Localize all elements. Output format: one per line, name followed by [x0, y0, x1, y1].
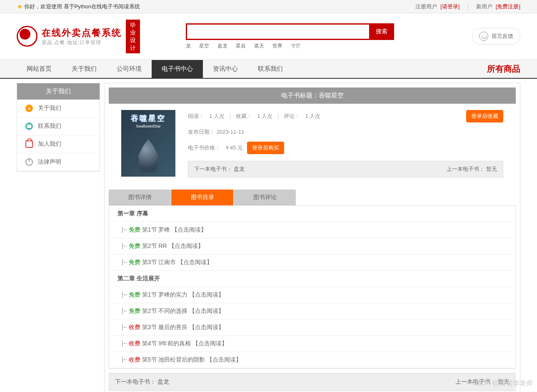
publish-row: 发布日期： 2023-11-11 — [188, 128, 503, 136]
free-tag: 免费 — [129, 307, 142, 314]
logo-title: 在线外卖点餐系统 — [42, 27, 122, 39]
logo[interactable]: 在线外卖点餐系统 菜品.点餐.地址.订单管理 毕业 设计 — [17, 20, 140, 53]
nav-item[interactable]: 电子书中心 — [152, 60, 203, 78]
sidebar-icon — [25, 158, 33, 166]
logo-icon — [17, 26, 37, 47]
cover-title-cn: 吞噬星空 — [131, 113, 166, 123]
sidebar-item-label: 法律声明 — [38, 158, 61, 166]
tab[interactable]: 图书详情 — [109, 190, 171, 205]
nav-item[interactable]: 资讯中心 — [203, 60, 248, 78]
dash-icon: |-- — [122, 340, 129, 347]
hot-words: 龙星空盘龙星辰遮天世界寸芒 — [186, 42, 460, 50]
hot-word[interactable]: 星辰 — [236, 43, 246, 49]
section-text: 第2节 不同的选择 【点击阅读】 — [142, 307, 225, 314]
stats-row: 阅读： 1 人次 | 收藏： 1 人次 | 评论： 1 人次 登录后收藏 — [188, 110, 503, 122]
login-link[interactable]: [请登录] — [440, 3, 460, 10]
section-row[interactable]: |-- 免费 第2节 RR 【点击阅读】 — [109, 238, 515, 255]
free-tag: 免费 — [129, 291, 142, 298]
section-row[interactable]: |-- 免费 第2节 不同的选择 【点击阅读】 — [109, 303, 515, 320]
feedback-button[interactable]: 留言反馈 — [472, 28, 520, 45]
fav-value: 1 人次 — [257, 112, 272, 120]
price-row: 电子书价格： ￥45 元 登录后购买 — [188, 142, 503, 154]
next-value-bottom: 盘龙 — [157, 378, 169, 385]
section-row[interactable]: |-- 收费 第3节 最后的善良 【点击阅读】 — [109, 320, 515, 336]
new-user-label: 新用户 — [476, 3, 492, 10]
paid-tag: 收费 — [129, 340, 142, 347]
section-text: 第4节 9年前的真相 【点击阅读】 — [142, 340, 227, 347]
next-label: 下一本电子书： — [194, 166, 232, 172]
price-label: 电子书价格： — [188, 144, 220, 152]
section-text: 第1节 罗峰的实力 【点击阅读】 — [142, 291, 225, 298]
next-book[interactable]: 下一本电子书： 盘龙 — [194, 165, 245, 173]
star-icon: ★ — [17, 2, 22, 10]
read-label: 阅读： — [188, 112, 204, 120]
sidebar-item-label: 加入我们 — [38, 140, 61, 148]
topbar-right: 注册用户 [请登录] | 新用户 [免费注册] — [415, 3, 520, 10]
dash-icon: |-- — [122, 226, 129, 233]
search-button[interactable]: 搜索 — [369, 23, 394, 40]
dash-icon: |-- — [122, 259, 129, 265]
top-bar: ★ 你好，欢迎使用 基于Python在线电子书阅读系统 注册用户 [请登录] |… — [0, 0, 537, 13]
nav-item[interactable]: 公司环境 — [107, 60, 152, 78]
hot-word[interactable]: 世界 — [272, 43, 282, 49]
hot-word[interactable]: 遮天 — [254, 43, 264, 49]
section-text: 第2节 RR 【点击阅读】 — [142, 242, 204, 249]
prev-label: 上一本电子书： — [447, 166, 485, 172]
collect-button[interactable]: 登录后收藏 — [466, 110, 503, 122]
greeting-area: ★ 你好，欢迎使用 基于Python在线电子书阅读系统 — [17, 2, 140, 10]
bottom-prev-next: 下一本电子书： 盘龙 上一本电子书： 暂无 — [109, 373, 516, 391]
main-content: 关于我们 ●关于我们联系我们加入我们法律声明 电子书标题：吞噬星空 吞噬星空 S… — [0, 79, 537, 392]
logo-badge: 毕业 设计 — [126, 20, 140, 53]
book-title-bar: 电子书标题：吞噬星空 — [109, 87, 516, 104]
section-row[interactable]: |-- 免费 第1节 罗峰 【点击阅读】 — [109, 222, 515, 238]
face-icon — [479, 32, 488, 41]
comment-label: 评论： — [284, 112, 300, 120]
sidebar-icon: ● — [25, 105, 33, 112]
nav-item[interactable]: 网站首页 — [17, 60, 62, 78]
book-cover: 吞噬星空 SwallowedStar — [121, 110, 175, 177]
chapter-header: 第一章 序幕 — [109, 206, 515, 222]
sidebar-title: 关于我们 — [17, 83, 100, 100]
search-box: 搜索 — [186, 23, 460, 40]
search-input[interactable] — [186, 23, 369, 40]
tab[interactable]: 图书评论 — [234, 190, 296, 205]
register-link[interactable]: [免费注册] — [496, 3, 520, 10]
hot-word[interactable]: 寸芒 — [291, 43, 301, 49]
free-tag: 免费 — [129, 242, 142, 249]
nav-item[interactable]: 关于我们 — [62, 60, 107, 78]
nav-items: 网站首页关于我们公司环境电子书中心资讯中心联系我们 — [17, 60, 293, 78]
logo-subtitle: 菜品.点餐.地址.订单管理 — [42, 39, 122, 46]
header: 在线外卖点餐系统 菜品.点餐.地址.订单管理 毕业 设计 搜索 龙星空盘龙星辰遮… — [0, 13, 537, 60]
nav-item[interactable]: 联系我们 — [248, 60, 293, 78]
sidebar-item[interactable]: 法律声明 — [17, 153, 100, 171]
pub-label: 发布日期： — [188, 129, 215, 135]
hot-word[interactable]: 盘龙 — [217, 43, 227, 49]
dash-icon: |-- — [122, 242, 129, 249]
sidebar: 关于我们 ●关于我们联系我们加入我们法律声明 — [17, 83, 100, 172]
buy-button[interactable]: 登录后购买 — [247, 142, 284, 154]
hot-word[interactable]: 龙 — [186, 43, 191, 49]
feedback-label: 留言反馈 — [492, 32, 513, 40]
section-row[interactable]: |-- 免费 第3节 江南市 【点击阅读】 — [109, 255, 515, 271]
sidebar-item[interactable]: 加入我们 — [17, 135, 100, 153]
sidebar-icon — [25, 122, 33, 130]
section-row[interactable]: |-- 免费 第1节 罗峰的实力 【点击阅读】 — [109, 287, 515, 303]
prev-book[interactable]: 上一本电子书： 暂无 — [447, 165, 497, 173]
book-info: 阅读： 1 人次 | 收藏： 1 人次 | 评论： 1 人次 登录后收藏 发布日… — [188, 110, 503, 177]
sidebar-item[interactable]: ●关于我们 — [17, 100, 100, 117]
section-text: 第5节 池田松背后的阴影 【点击阅读】 — [142, 356, 242, 363]
next-book-bottom[interactable]: 下一本电子书： 盘龙 — [115, 378, 169, 386]
paid-tag: 收费 — [129, 356, 142, 363]
sidebar-item[interactable]: 联系我们 — [17, 117, 100, 135]
separator: | — [467, 3, 468, 10]
hot-word[interactable]: 星空 — [199, 43, 209, 49]
section-row[interactable]: |-- 收费 第4节 9年前的真相 【点击阅读】 — [109, 336, 515, 352]
next-label-bottom: 下一本电子书： — [115, 378, 156, 385]
badge-line-2: 设计 — [128, 36, 137, 51]
all-products-link[interactable]: 所有商品 — [487, 60, 520, 78]
free-tag: 免费 — [129, 226, 142, 233]
tab[interactable]: 图书目录 — [171, 190, 234, 205]
section-row[interactable]: |-- 收费 第5节 池田松背后的阴影 【点击阅读】 — [109, 352, 515, 368]
section-text: 第1节 罗峰 【点击阅读】 — [142, 226, 207, 233]
cover-title-en: SwallowedStar — [136, 124, 161, 128]
